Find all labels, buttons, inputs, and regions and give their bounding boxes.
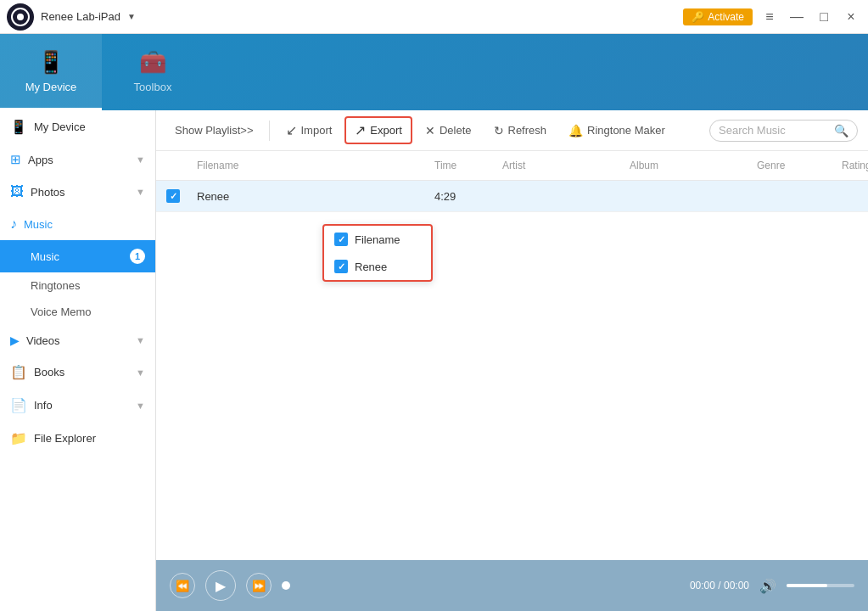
close-button[interactable]: × xyxy=(841,7,861,27)
volume-slider[interactable] xyxy=(787,584,854,587)
table-container: Filename Time Artist Album Genre Rating … xyxy=(156,151,868,560)
col-check xyxy=(156,156,190,175)
title-bar-left: Renee Lab-iPad ▼ xyxy=(7,3,136,31)
refresh-button[interactable]: ↻ Refresh xyxy=(484,119,557,143)
renee-checkbox[interactable]: ✓ xyxy=(334,260,348,273)
sidebar-item-apps[interactable]: ⊞ Apps ▼ xyxy=(0,143,155,176)
search-input[interactable] xyxy=(719,124,829,137)
sidebar-item-photos-label: Photos xyxy=(31,186,64,199)
table-header: Filename Time Artist Album Genre Rating … xyxy=(156,151,868,181)
photos-icon: 🖼 xyxy=(10,184,24,199)
player-rewind-button[interactable]: ⏪ xyxy=(170,573,195,598)
ringtone-maker-button[interactable]: 🔔 Ringtone Maker xyxy=(559,119,675,143)
title-bar-right: 🔑 Activate ≡ — □ × xyxy=(683,7,861,27)
col-filename: Filename xyxy=(190,156,428,175)
search-icon: 🔍 xyxy=(834,124,848,137)
delete-button[interactable]: ✕ Delete xyxy=(416,119,481,143)
import-label: Import xyxy=(301,124,333,137)
ringtone-maker-label: Ringtone Maker xyxy=(587,124,665,137)
export-label: Export xyxy=(370,124,402,137)
device-dropdown-icon[interactable]: ▼ xyxy=(127,12,136,21)
dropdown-item-renee[interactable]: ✓ Renee xyxy=(324,253,431,280)
col-time: Time xyxy=(428,156,496,175)
photos-chevron: ▼ xyxy=(136,187,145,197)
sidebar-item-file-explorer[interactable]: 📁 File Explorer xyxy=(0,422,155,455)
sidebar-sub-voice-memo[interactable]: Voice Memo xyxy=(0,299,155,325)
dropdown-filename-label: Filename xyxy=(355,233,400,246)
filename-dropdown: ✓ Filename ✓ Renee xyxy=(322,224,433,282)
sidebar-item-file-explorer-label: File Explorer xyxy=(34,432,96,445)
sidebar-sub-ringtones[interactable]: Ringtones xyxy=(0,272,155,299)
sidebar-item-info[interactable]: 📄 Info ▼ xyxy=(0,389,155,422)
music-badge: 1 xyxy=(130,249,145,264)
export-icon: ↗ xyxy=(355,122,366,138)
import-icon: ↙ xyxy=(286,122,297,138)
dropdown-item-filename[interactable]: ✓ Filename xyxy=(324,226,431,253)
info-chevron: ▼ xyxy=(136,401,145,411)
player-time: 00:00 / 00:00 xyxy=(690,580,749,591)
volume-fill xyxy=(787,584,827,587)
sidebar-sub-voice-memo-label: Voice Memo xyxy=(31,306,92,318)
my-device-nav-icon: 📱 xyxy=(37,49,64,76)
col-artist: Artist xyxy=(496,156,623,175)
import-button[interactable]: ↙ Import xyxy=(277,117,342,143)
apps-chevron: ▼ xyxy=(136,154,145,165)
col-genre: Genre xyxy=(750,156,835,175)
search-box: 🔍 xyxy=(709,120,858,142)
delete-icon: ✕ xyxy=(425,124,435,137)
filename-checkbox[interactable]: ✓ xyxy=(334,233,348,246)
minimize-button[interactable]: — xyxy=(787,7,807,27)
activate-button[interactable]: 🔑 Activate xyxy=(683,8,753,25)
toolbar: Show Playlist>> ↙ Import ↗ Export ✕ Dele… xyxy=(156,110,868,151)
file-explorer-icon: 📁 xyxy=(10,430,27,446)
row-album xyxy=(623,193,750,199)
books-chevron: ▼ xyxy=(136,367,145,378)
sidebar-item-books[interactable]: 📋 Books ▼ xyxy=(0,356,155,389)
sidebar-item-books-label: Books xyxy=(34,366,64,378)
show-playlist-btn[interactable]: Show Playlist>> xyxy=(166,120,262,141)
sidebar-sub-ringtones-label: Ringtones xyxy=(31,279,81,292)
my-device-icon: 📱 xyxy=(10,119,27,135)
maximize-button[interactable]: □ xyxy=(814,7,834,27)
sidebar-item-apps-label: Apps xyxy=(28,154,53,166)
nav-tab-my-device[interactable]: 📱 My Device xyxy=(0,34,102,110)
refresh-icon: ↻ xyxy=(494,124,504,137)
sidebar-sub-music-label: Music xyxy=(31,250,59,263)
books-icon: 📋 xyxy=(10,364,27,380)
row-filename: Renee xyxy=(190,187,428,206)
row-artist xyxy=(496,193,623,199)
player-dot[interactable] xyxy=(282,581,290,590)
sidebar-item-videos[interactable]: ▶ Videos ▼ xyxy=(0,325,155,356)
main-layout: 📱 My Device ⊞ Apps ▼ 🖼 Photos ▼ ♪ Music … xyxy=(0,110,868,611)
info-icon: 📄 xyxy=(10,397,27,413)
content-area: Show Playlist>> ↙ Import ↗ Export ✕ Dele… xyxy=(156,110,868,611)
activate-icon: 🔑 xyxy=(692,11,704,23)
sidebar-item-my-device-label: My Device xyxy=(34,121,86,133)
videos-chevron: ▼ xyxy=(136,335,145,345)
player-play-button[interactable]: ▶ xyxy=(205,570,236,601)
sidebar-sub-music[interactable]: Music 1 xyxy=(0,240,155,272)
refresh-label: Refresh xyxy=(508,124,547,137)
player-forward-button[interactable]: ⏩ xyxy=(246,573,272,598)
export-button[interactable]: ↗ Export xyxy=(344,116,412,144)
sidebar-item-music[interactable]: ♪ Music xyxy=(0,208,155,240)
sidebar-item-music-label: Music xyxy=(24,218,53,231)
row-genre xyxy=(750,193,835,199)
sidebar-item-my-device[interactable]: 📱 My Device xyxy=(0,110,155,143)
menu-button[interactable]: ≡ xyxy=(759,7,780,27)
col-rating: Rating xyxy=(835,156,868,175)
player-bar: ⏪ ▶ ⏩ 00:00 / 00:00 🔊 xyxy=(156,560,868,611)
row-rating xyxy=(835,193,868,199)
ringtone-maker-icon: 🔔 xyxy=(568,124,583,137)
nav-tab-toolbox[interactable]: 🧰 Toolbox xyxy=(102,34,204,110)
sidebar-item-videos-label: Videos xyxy=(26,334,60,347)
sidebar-item-photos[interactable]: 🖼 Photos ▼ xyxy=(0,176,155,208)
row-checkbox[interactable]: ✓ xyxy=(156,186,190,206)
sidebar: 📱 My Device ⊞ Apps ▼ 🖼 Photos ▼ ♪ Music … xyxy=(0,110,156,611)
app-logo xyxy=(7,3,34,31)
col-album: Album xyxy=(623,156,750,175)
table-row[interactable]: ✓ Renee 4:29 11 MB xyxy=(156,181,868,212)
delete-label: Delete xyxy=(440,124,472,137)
sidebar-item-info-label: Info xyxy=(34,399,53,412)
device-name: Renee Lab-iPad xyxy=(41,10,120,23)
